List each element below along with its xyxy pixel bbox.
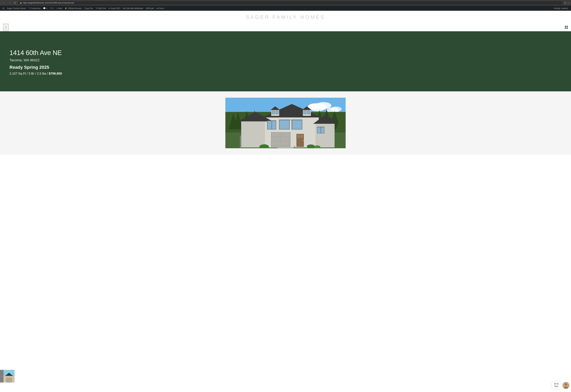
url-text: https://sagerfamilyhomes.com/1414-60th-a… — [23, 2, 74, 4]
customize-label: ✎ Customize — [29, 7, 41, 10]
grid-cell-2 — [567, 26, 568, 27]
svg-point-53 — [307, 144, 315, 148]
howdy-text: Howdy, marketi — [552, 7, 570, 10]
house-image — [225, 98, 346, 148]
forms-item[interactable]: ● Forms — [155, 6, 165, 11]
wp-admin-bar: ⊞ Sager Family Homes ✎ Customize 💬 4 🗨 0… — [0, 6, 571, 11]
svg-rect-48 — [301, 135, 303, 138]
grid-cell-4 — [567, 28, 568, 29]
new-item[interactable]: + New — [55, 6, 63, 11]
security-icon: 🔒 — [20, 2, 22, 4]
10web-item[interactable]: ⚡ 10Web Booster — [63, 6, 83, 11]
comments-count-label: 🗨 0 — [50, 7, 54, 10]
svg-rect-51 — [301, 147, 301, 148]
browser-actions: ⊡ ☆ — [564, 1, 570, 4]
svg-rect-32 — [304, 111, 306, 114]
edit-post-label: ✎ Edit Post — [96, 7, 106, 10]
image-section — [0, 91, 571, 154]
svg-rect-31 — [276, 111, 278, 114]
page-nav-bar: ‹ — [0, 23, 571, 31]
copy-this-item[interactable]: Copy this — [83, 6, 94, 11]
svg-rect-36 — [271, 121, 272, 129]
property-address: 1414 60th Ave NE — [10, 49, 62, 56]
svg-point-3 — [308, 104, 319, 109]
svg-point-49 — [303, 140, 304, 141]
property-beds: 3 Br — [29, 72, 34, 75]
site-logo: SAGER FAMILY HOMES — [246, 14, 325, 20]
bebuilder-label: Be Edit with BeBuilder — [123, 7, 143, 10]
spec-sep-2: / — [35, 72, 37, 75]
spec-sep-3: / — [47, 72, 49, 75]
comments-count-item[interactable]: 🗨 0 — [49, 6, 55, 11]
refresh-button[interactable]: ↻ — [13, 1, 17, 5]
grid-cell-3 — [565, 28, 566, 29]
browser-chrome: ← → ↻ 🔒 https://sagerfamilyhomes.com/141… — [0, 0, 571, 6]
site-name-item[interactable]: Sager Family Homes — [6, 6, 27, 11]
svg-rect-58 — [240, 136, 241, 148]
property-sqft: 2,107 Sq Ft — [10, 72, 26, 75]
site-logo-area: SAGER FAMILY HOMES — [0, 11, 571, 23]
property-baths: 2.5 Ba — [37, 72, 46, 75]
grid-view-button[interactable] — [565, 26, 568, 29]
site-name-label: Sager Family Homes — [7, 7, 26, 10]
svg-rect-47 — [297, 135, 300, 138]
yoast-label: ● Yoast SEO — [108, 7, 120, 10]
yoast-item[interactable]: ● Yoast SEO — [107, 6, 121, 11]
svg-rect-21 — [316, 123, 335, 147]
svg-rect-37 — [279, 120, 289, 129]
grid-cell-1 — [565, 26, 566, 27]
svg-rect-30 — [272, 111, 275, 114]
wordpress-icon: ⊞ — [2, 7, 4, 10]
copy-this-label: Copy this — [84, 7, 93, 10]
bebuilder-item[interactable]: Be Edit with BeBuilder — [121, 6, 145, 11]
edit-post-item[interactable]: ✎ Edit Post — [94, 6, 107, 11]
comments-item[interactable]: 💬 4 — [42, 6, 49, 11]
forward-button[interactable]: → — [7, 1, 12, 5]
new-label: + New — [56, 7, 62, 10]
hero-section: 1414 60th Ave NE Tacoma, WA 98422 Ready … — [0, 31, 571, 91]
bookmark-icon[interactable]: ☆ — [567, 1, 570, 4]
prev-arrow-button[interactable]: ‹ — [3, 24, 9, 31]
10web-label: ⚡ 10Web Booster — [65, 7, 82, 10]
property-status: Ready Spring 2025 — [10, 65, 62, 70]
svg-rect-33 — [307, 111, 310, 114]
property-price: $799,900 — [49, 72, 62, 75]
hero-content: 1414 60th Ave NE Tacoma, WA 98422 Ready … — [10, 49, 62, 75]
svg-rect-50 — [294, 146, 295, 148]
svg-rect-57 — [321, 127, 321, 133]
wp-logo-item[interactable]: ⊞ — [1, 6, 6, 11]
property-city: Tacoma, WA 98422 — [10, 58, 62, 62]
house-illustration — [225, 98, 346, 148]
svg-rect-38 — [292, 120, 302, 129]
svg-rect-39 — [279, 120, 302, 120]
forms-label: ● Forms — [156, 7, 164, 10]
svg-point-5 — [331, 107, 342, 112]
wpcode-item[interactable]: WPCode — [145, 6, 155, 11]
property-specs: 2,107 Sq Ft / 3 Br / 2.5 Ba / $799,900 — [10, 72, 62, 75]
svg-rect-40 — [292, 120, 292, 129]
comments-label: 💬 4 — [43, 7, 47, 10]
spec-sep-1: / — [27, 72, 29, 75]
screenshot-icon[interactable]: ⊡ — [564, 1, 566, 4]
back-button[interactable]: ← — [1, 1, 6, 5]
wpcode-label: WPCode — [146, 7, 154, 10]
customize-item[interactable]: ✎ Customize — [27, 6, 42, 11]
address-bar[interactable]: 🔒 https://sagerfamilyhomes.com/1414-60th… — [18, 1, 563, 5]
